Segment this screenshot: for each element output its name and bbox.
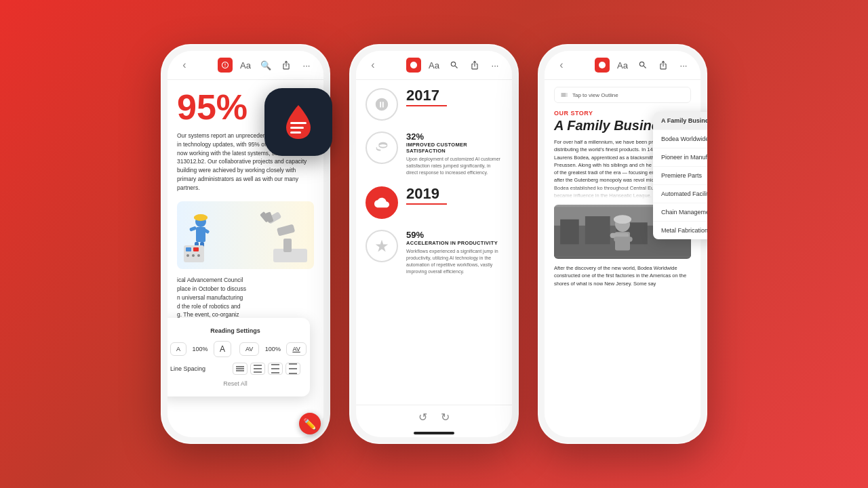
- dropdown-item-metal[interactable]: Metal Fabrication: [653, 222, 707, 239]
- reading-settings-title: Reading Settings: [170, 327, 300, 334]
- phone3-highlight-icon[interactable]: [595, 58, 610, 73]
- heading-59pct: ACCELERATION IN PRODUCTIVITY: [406, 240, 502, 246]
- spacing-btn-4[interactable]: [285, 363, 300, 375]
- year-underline-2019: [406, 203, 447, 205]
- dropdown-item-pioneer[interactable]: Pioneer in Manufacturing: [653, 148, 707, 167]
- dropdown-item-automated[interactable]: Automated Facilities: [653, 185, 707, 203]
- desc-59pct: Workflows experienced a significant jump…: [406, 248, 502, 274]
- home-indicator: [414, 432, 454, 434]
- phone1-toolbar: ‹ Aa 🔍 ···: [167, 51, 323, 80]
- outline-bar[interactable]: Tap to view Outline: [554, 87, 691, 103]
- dropdown-item-premiere[interactable]: Premiere Parts: [653, 167, 707, 185]
- svg-rect-16: [277, 224, 295, 237]
- svg-rect-38: [560, 220, 579, 245]
- svg-point-12: [192, 254, 195, 257]
- year-2019: 2019: [406, 186, 502, 201]
- phone2-font-btn[interactable]: Aa: [427, 58, 441, 73]
- font-small-btn[interactable]: A: [170, 342, 186, 356]
- svg-point-13: [197, 254, 200, 257]
- phone3-search-icon[interactable]: [635, 58, 650, 73]
- dropdown-item-bodea-worldwide[interactable]: Bodea Worldwide: [653, 130, 707, 148]
- svg-point-11: [186, 254, 189, 257]
- spacing-btn-1[interactable]: [233, 363, 248, 375]
- phone-2: ‹ Aa ··· 2017: [349, 44, 519, 444]
- back-button[interactable]: ‹: [177, 58, 192, 73]
- phone3-back-button[interactable]: ‹: [554, 58, 569, 73]
- svg-rect-15: [283, 239, 292, 252]
- phone3-font-btn[interactable]: Aa: [615, 58, 630, 73]
- illustration: [177, 201, 314, 269]
- svg-rect-5: [194, 216, 208, 219]
- more-icon[interactable]: ···: [299, 58, 314, 73]
- spacing-btn-3[interactable]: [268, 363, 283, 375]
- search-icon[interactable]: 🔍: [258, 58, 273, 73]
- phone-3: ‹ Aa ··· Tap to view Outline OUR STORY A…: [538, 44, 707, 444]
- dropdown-item-chain[interactable]: Chain Management: [653, 203, 707, 222]
- heading-32pct: IMPROVED CUSTOMER SATISFACTION: [406, 142, 502, 154]
- svg-rect-34: [290, 131, 301, 134]
- app-icon: [264, 88, 332, 156]
- highlight-icon[interactable]: [218, 58, 233, 73]
- line-spacing-label: Line Spacing: [170, 365, 229, 372]
- timeline-circle-32pct: [366, 131, 398, 164]
- av-btn-2[interactable]: AV: [286, 342, 306, 356]
- pct-32: 32%: [406, 131, 502, 142]
- story-text-2: After the discovery of the new world, Bo…: [554, 264, 691, 287]
- timeline-item-2017: 2017: [366, 88, 502, 121]
- phone2-toolbar: ‹ Aa ···: [356, 51, 512, 80]
- svg-rect-39: [585, 216, 610, 244]
- phone2-search-icon[interactable]: [447, 58, 462, 73]
- phone3-share-icon[interactable]: [656, 58, 671, 73]
- svg-rect-44: [614, 218, 631, 221]
- phone3-more-icon[interactable]: ···: [676, 58, 691, 73]
- year-underline-2017: [406, 105, 447, 106]
- svg-rect-32: [290, 122, 307, 124]
- svg-point-35: [599, 62, 606, 68]
- font-large-btn[interactable]: A: [214, 341, 231, 357]
- phone2-navigation: ↺ ↻: [356, 405, 512, 429]
- timeline-circle-2017: [366, 88, 398, 121]
- timeline-body-59pct: 59% ACCELERATION IN PRODUCTIVITY Workflo…: [406, 230, 502, 274]
- av-pct: 100%: [263, 346, 282, 352]
- phone2-highlight-icon[interactable]: [406, 58, 421, 73]
- dropdown-item-family-business[interactable]: A Family Business: [653, 112, 707, 130]
- nav-forward-btn[interactable]: ↻: [441, 411, 450, 424]
- phone2-more-icon[interactable]: ···: [488, 58, 502, 73]
- reading-settings-panel: Reading Settings A 100% A AV 100% AV Lin…: [167, 318, 310, 396]
- spacing-btn-2[interactable]: [250, 363, 265, 375]
- timeline-circle-2019: [366, 186, 398, 219]
- share-icon[interactable]: [279, 58, 294, 73]
- desc-32pct: Upon deployment of customized AI custome…: [406, 156, 502, 176]
- timeline-body-32pct: 32% IMPROVED CUSTOMER SATISFACTION Upon …: [406, 131, 502, 176]
- outline-label: Tap to view Outline: [572, 92, 618, 98]
- phone3-toolbar: ‹ Aa ···: [545, 51, 701, 80]
- year-2017: 2017: [406, 88, 502, 103]
- nav-back-btn[interactable]: ↺: [418, 411, 427, 424]
- svg-rect-9: [186, 247, 191, 251]
- edit-fab[interactable]: ✏️: [299, 413, 321, 434]
- font-pct-1: 100%: [191, 346, 210, 352]
- spacing-buttons: [233, 363, 300, 375]
- phone2-content: 2017 32% IMPROVED CUSTOMER SATISFACTION …: [356, 80, 512, 405]
- phone2-share-icon[interactable]: [467, 58, 482, 73]
- outline-dropdown: A Family Business Bodea Worldwide Pionee…: [653, 112, 707, 239]
- phone2-back-button[interactable]: ‹: [366, 58, 380, 73]
- av-btn-1[interactable]: AV: [239, 342, 259, 356]
- timeline-circle-59pct: [366, 230, 398, 262]
- svg-rect-10: [193, 247, 199, 251]
- timeline-body-2019: 2019: [406, 186, 502, 207]
- pct-59: 59%: [406, 230, 502, 240]
- font-size-button[interactable]: Aa: [238, 58, 253, 73]
- timeline-item-32pct: 32% IMPROVED CUSTOMER SATISFACTION Upon …: [366, 131, 502, 176]
- svg-rect-33: [290, 127, 304, 129]
- timeline-item-59pct: 59% ACCELERATION IN PRODUCTIVITY Workflo…: [366, 230, 502, 274]
- svg-rect-6: [189, 226, 197, 232]
- svg-rect-46: [614, 237, 633, 241]
- reset-all-button[interactable]: Reset All: [170, 380, 300, 387]
- timeline-body-2017: 2017: [406, 88, 502, 109]
- timeline-item-2019: 2019: [366, 186, 502, 219]
